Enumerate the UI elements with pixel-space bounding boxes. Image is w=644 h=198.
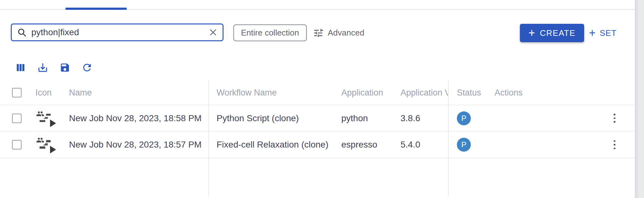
play-icon: [50, 146, 56, 154]
refresh-icon[interactable]: [81, 61, 93, 74]
job-workflow-name: Fixed-cell Relaxation (clone): [217, 140, 328, 150]
search-box[interactable]: [11, 23, 224, 41]
active-tab-indicator: [66, 8, 127, 10]
table-row: New Job Nov 28, 2023, 18:57 PM Fixed-cel…: [0, 132, 635, 158]
download-icon[interactable]: [37, 61, 49, 74]
status-badge[interactable]: P: [457, 138, 471, 152]
create-button-label: CREATE: [540, 28, 576, 38]
column-header-actions[interactable]: Actions: [495, 88, 523, 98]
column-header-status[interactable]: Status: [457, 88, 481, 98]
column-divider: [208, 81, 209, 196]
advanced-label: Advanced: [328, 28, 364, 38]
column-header-application[interactable]: Application: [341, 88, 383, 98]
job-name[interactable]: New Job Nov 28, 2023, 18:57 PM: [69, 140, 202, 150]
job-name[interactable]: New Job Nov 28, 2023, 18:58 PM: [69, 113, 202, 123]
job-workflow-name: Python Script (clone): [217, 113, 299, 123]
column-header-icon[interactable]: Icon: [35, 88, 52, 98]
job-application-version: 3.8.6: [401, 113, 420, 123]
search-input[interactable]: [31, 27, 209, 37]
row-actions-menu-icon[interactable]: [610, 113, 619, 124]
row-checkbox[interactable]: [12, 114, 22, 123]
jobs-page: Entire collection Advanced + CREATE + SE…: [0, 0, 644, 198]
row-actions-menu-icon[interactable]: [610, 139, 619, 150]
set-button-label: SET: [600, 28, 617, 38]
job-application: espresso: [341, 140, 377, 150]
job-workflow-icon: [34, 108, 58, 127]
vertical-scrollbar[interactable]: [635, 0, 644, 198]
status-badge[interactable]: P: [457, 111, 471, 125]
plus-icon: +: [528, 27, 535, 39]
create-button[interactable]: + CREATE: [520, 24, 584, 42]
job-application: python: [341, 113, 368, 123]
grid-toolbar: [15, 61, 93, 74]
group-icon: [34, 108, 46, 120]
column-header-workflow[interactable]: Workflow Name: [217, 88, 277, 98]
row-checkbox[interactable]: [12, 140, 22, 149]
job-workflow-icon: [34, 134, 58, 154]
save-icon[interactable]: [59, 61, 71, 74]
column-header-application-version[interactable]: Application V: [401, 88, 449, 98]
clear-icon[interactable]: [209, 28, 218, 37]
table-header: Icon Name Workflow Name Application Appl…: [0, 81, 635, 105]
group-icon: [34, 134, 46, 146]
entire-collection-label: Entire collection: [241, 28, 299, 38]
tune-icon: [313, 28, 324, 38]
entire-collection-button[interactable]: Entire collection: [233, 24, 307, 41]
table-row: New Job Nov 28, 2023, 18:58 PM Python Sc…: [0, 105, 635, 132]
play-icon: [50, 119, 56, 127]
set-button[interactable]: + SET: [589, 24, 617, 42]
advanced-filter-button[interactable]: Advanced: [313, 24, 364, 41]
pinned-column-divider: [448, 81, 449, 196]
select-all-checkbox[interactable]: [12, 88, 22, 97]
job-application-version: 5.4.0: [401, 140, 420, 150]
column-header-name[interactable]: Name: [69, 88, 92, 98]
search-icon: [17, 27, 27, 37]
columns-icon[interactable]: [15, 61, 27, 74]
plus-icon: +: [589, 27, 596, 39]
